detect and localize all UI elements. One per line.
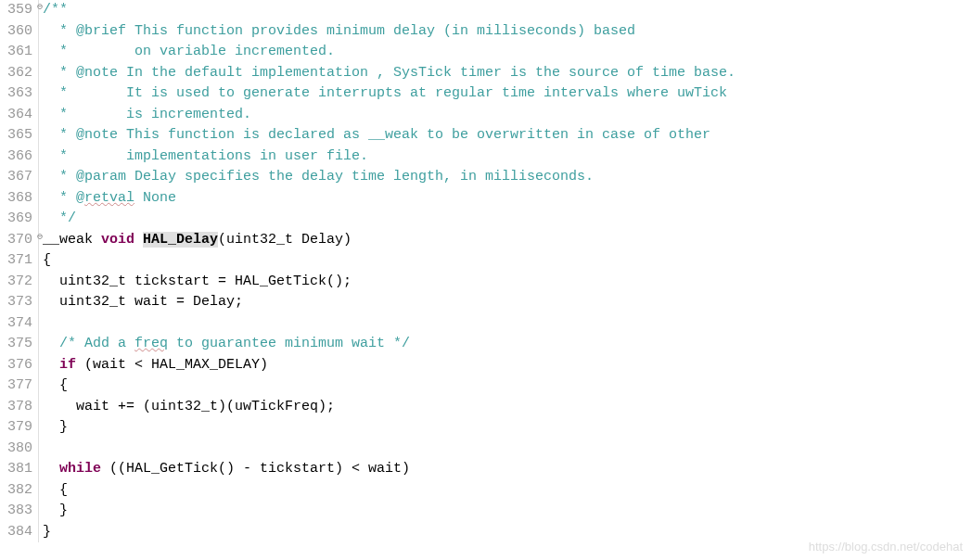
line-number: 361 (0, 42, 34, 63)
code-token: * @note In the default implementation , … (43, 65, 735, 81)
code-line[interactable]: * on variable incremented. (43, 42, 972, 63)
line-number: 382 (0, 480, 34, 502)
code-line[interactable]: { (43, 375, 972, 397)
code-line[interactable]: uint32_t wait = Delay; (43, 292, 972, 313)
code-line[interactable]: { (43, 480, 972, 502)
code-token: to guarantee minimum wait */ (168, 336, 410, 351)
code-line[interactable]: /** (43, 0, 972, 21)
code-token: } (43, 419, 68, 435)
line-number: 368 (0, 188, 34, 210)
code-token: while (59, 461, 101, 477)
code-token (134, 232, 143, 248)
code-line[interactable]: * @note This function is declared as __w… (43, 125, 972, 146)
line-number: 378 (0, 397, 34, 418)
code-line[interactable]: } (43, 501, 972, 522)
code-line[interactable]: * @retval None (43, 188, 972, 210)
line-number: 364 (0, 105, 34, 126)
code-line[interactable]: } (43, 417, 972, 439)
code-token: /* Add a (43, 336, 134, 351)
line-number: 377 (0, 375, 34, 397)
code-token: HAL_Delay (143, 232, 218, 248)
line-number: 373 (0, 292, 34, 313)
code-token: * @note This function is declared as __w… (43, 127, 710, 143)
code-token: * @ (43, 190, 84, 206)
code-line[interactable]: * @brief This function provides minimum … (43, 21, 972, 43)
line-number: 367 (0, 167, 34, 188)
code-line[interactable] (43, 313, 972, 335)
line-number: 363 (0, 83, 34, 105)
code-line[interactable]: * is incremented. (43, 105, 972, 126)
code-token: __weak (43, 232, 101, 248)
code-token: ((HAL_GetTick() - tickstart) < wait) (101, 461, 410, 477)
line-number: 376 (0, 355, 34, 376)
code-line[interactable]: uint32_t tickstart = HAL_GetTick(); (43, 272, 972, 293)
line-number: 374 (0, 313, 34, 335)
line-number: 381 (0, 459, 34, 480)
code-token: retval (84, 190, 134, 206)
code-token: freq (134, 336, 168, 351)
code-token: /** (43, 2, 68, 18)
code-token: uint32_t wait = Delay; (43, 294, 243, 310)
line-number: 359⊖ (0, 0, 34, 21)
code-token: } (43, 524, 51, 540)
fold-marker-icon[interactable]: ⊖ (37, 230, 43, 244)
code-line[interactable]: { (43, 250, 972, 272)
code-content[interactable]: /** * @brief This function provides mini… (39, 0, 972, 542)
code-token: if (59, 357, 76, 373)
code-token: * @param Delay specifies the delay time … (43, 169, 594, 185)
line-number: 375 (0, 334, 34, 355)
code-line[interactable] (43, 439, 972, 460)
code-line[interactable]: * @note In the default implementation , … (43, 63, 972, 84)
code-token: { (43, 252, 51, 268)
line-number: 383 (0, 501, 34, 522)
watermark-text: https://blog.csdn.net/codehat (809, 538, 963, 543)
code-token: * implementations in user file. (43, 148, 368, 164)
line-number: 380 (0, 439, 34, 460)
code-token: uint32_t tickstart = HAL_GetTick(); (43, 274, 352, 289)
code-token: * is incremented. (43, 107, 251, 122)
code-line[interactable]: * @param Delay specifies the delay time … (43, 167, 972, 188)
code-token: { (43, 482, 68, 498)
line-number: 365 (0, 125, 34, 146)
line-number: 360 (0, 21, 34, 43)
code-line[interactable]: while ((HAL_GetTick() - tickstart) < wai… (43, 459, 972, 480)
code-token: * @brief This function provides minimum … (43, 23, 635, 39)
line-number: 384 (0, 522, 34, 543)
code-line[interactable]: if (wait < HAL_MAX_DELAY) (43, 355, 972, 376)
code-token: None (134, 190, 176, 206)
code-line[interactable]: __weak void HAL_Delay(uint32_t Delay) (43, 230, 972, 251)
line-number: 362 (0, 63, 34, 84)
code-token: } (43, 503, 68, 518)
fold-marker-icon[interactable]: ⊖ (37, 0, 43, 14)
code-line[interactable]: */ (43, 209, 972, 230)
code-token: { (43, 377, 68, 393)
code-line[interactable]: * It is used to generate interrupts at r… (43, 83, 972, 105)
code-token (43, 357, 59, 373)
code-token: * on variable incremented. (43, 44, 335, 59)
code-token (43, 461, 59, 477)
line-number: 371 (0, 250, 34, 272)
code-token: */ (43, 210, 76, 226)
line-number: 370⊖ (0, 230, 34, 251)
line-number: 372 (0, 272, 34, 293)
code-editor: 359⊖360361362363364365366367368369370⊖37… (0, 0, 972, 542)
code-token: wait += (uint32_t)(uwTickFreq); (43, 399, 335, 414)
code-token: void (101, 232, 134, 248)
code-line[interactable]: wait += (uint32_t)(uwTickFreq); (43, 397, 972, 418)
line-number: 379 (0, 417, 34, 439)
line-number: 366 (0, 146, 34, 168)
line-number-gutter: 359⊖360361362363364365366367368369370⊖37… (0, 0, 39, 542)
code-token: * It is used to generate interrupts at r… (43, 85, 727, 101)
line-number: 369 (0, 209, 34, 230)
code-token: (wait < HAL_MAX_DELAY) (76, 357, 268, 373)
code-line[interactable]: /* Add a freq to guarantee minimum wait … (43, 334, 972, 355)
code-line[interactable]: * implementations in user file. (43, 146, 972, 168)
code-token: (uint32_t Delay) (218, 232, 352, 248)
